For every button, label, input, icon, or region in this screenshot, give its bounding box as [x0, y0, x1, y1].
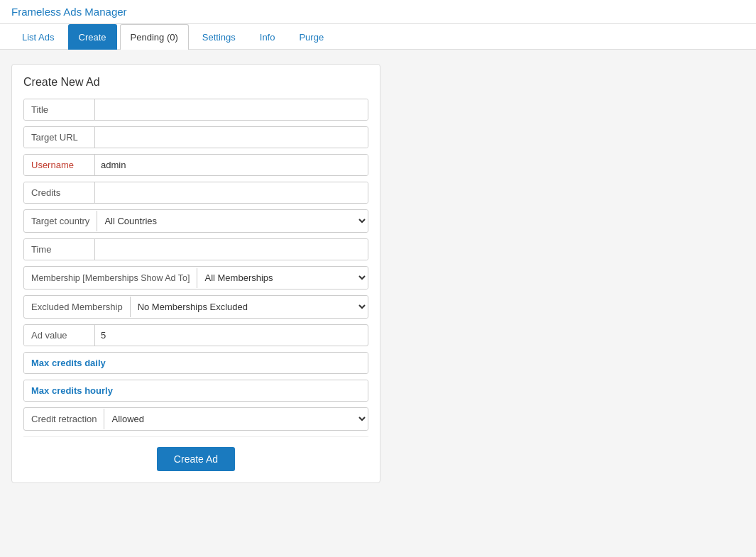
tab-settings[interactable]: Settings: [192, 24, 246, 50]
target-url-row: Target URL: [23, 126, 368, 148]
ad-value-display: 5: [95, 325, 111, 346]
tab-pending[interactable]: Pending (0): [120, 24, 189, 50]
max-credits-daily-row: Max credits daily: [23, 352, 368, 374]
membership-label: Membership [Memberships Show Ad To]: [24, 268, 197, 288]
create-ad-button[interactable]: Create Ad: [157, 447, 235, 471]
membership-row: Membership [Memberships Show Ad To] All …: [23, 266, 368, 289]
credit-retraction-select[interactable]: Allowed Not Allowed: [104, 408, 368, 430]
tab-create[interactable]: Create: [68, 24, 117, 50]
excluded-membership-row: Excluded Membership No Memberships Exclu…: [23, 295, 368, 319]
max-credits-daily-input[interactable]: [113, 353, 368, 373]
username-input[interactable]: [95, 155, 368, 175]
credits-label: Credits: [24, 182, 95, 203]
top-bar: Frameless Ads Manager: [0, 0, 756, 24]
tab-info[interactable]: Info: [249, 24, 286, 50]
credits-input[interactable]: [95, 182, 368, 203]
credit-retraction-label: Credit retraction: [24, 409, 104, 429]
username-row: Username: [23, 154, 368, 176]
ad-value-row: Ad value 5: [23, 324, 368, 346]
excluded-membership-select[interactable]: No Memberships Excluded Free Premium Gol…: [131, 296, 368, 318]
main-content: Create New Ad Title Target URL Username …: [0, 50, 756, 497]
time-label: Time: [24, 239, 95, 260]
tab-list-ads[interactable]: List Ads: [11, 24, 65, 50]
excluded-membership-label: Excluded Membership: [24, 297, 131, 317]
title-label: Title: [24, 99, 95, 120]
max-credits-hourly-input[interactable]: [120, 380, 368, 401]
time-input[interactable]: [95, 239, 368, 260]
target-country-select[interactable]: All Countries United States United Kingd…: [97, 210, 368, 232]
max-credits-hourly-label: Max credits hourly: [24, 380, 120, 401]
app-title: Frameless Ads Manager: [11, 6, 127, 18]
time-row: Time: [23, 238, 368, 260]
nav-tabs: List Ads Create Pending (0) Settings Inf…: [0, 24, 756, 50]
max-credits-daily-label: Max credits daily: [24, 353, 113, 373]
form-card: Create New Ad Title Target URL Username …: [11, 64, 380, 483]
form-title: Create New Ad: [23, 76, 368, 89]
credit-retraction-row: Credit retraction Allowed Not Allowed: [23, 407, 368, 431]
target-country-label: Target country: [24, 211, 97, 231]
tab-purge[interactable]: Purge: [288, 24, 334, 50]
target-country-row: Target country All Countries United Stat…: [23, 209, 368, 233]
title-input[interactable]: [95, 99, 368, 120]
title-row: Title: [23, 99, 368, 121]
ad-value-label: Ad value: [24, 325, 95, 346]
credits-row: Credits: [23, 182, 368, 204]
target-url-label: Target URL: [24, 127, 95, 148]
create-ad-footer: Create Ad: [23, 436, 368, 471]
max-credits-hourly-row: Max credits hourly: [23, 380, 368, 402]
target-url-input[interactable]: [95, 127, 368, 148]
membership-select[interactable]: All Memberships Free Premium Gold Platin…: [197, 267, 368, 289]
username-label: Username: [24, 155, 95, 175]
